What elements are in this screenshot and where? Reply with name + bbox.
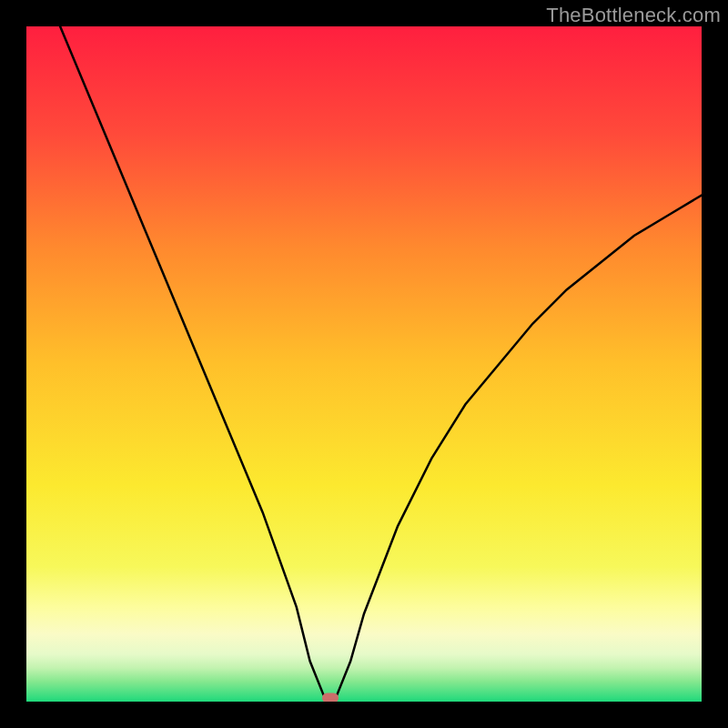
bottleneck-curve (26, 26, 702, 702)
optimal-point-marker (322, 693, 339, 703)
chart-area (26, 26, 702, 702)
watermark-text: TheBottleneck.com (546, 4, 721, 27)
